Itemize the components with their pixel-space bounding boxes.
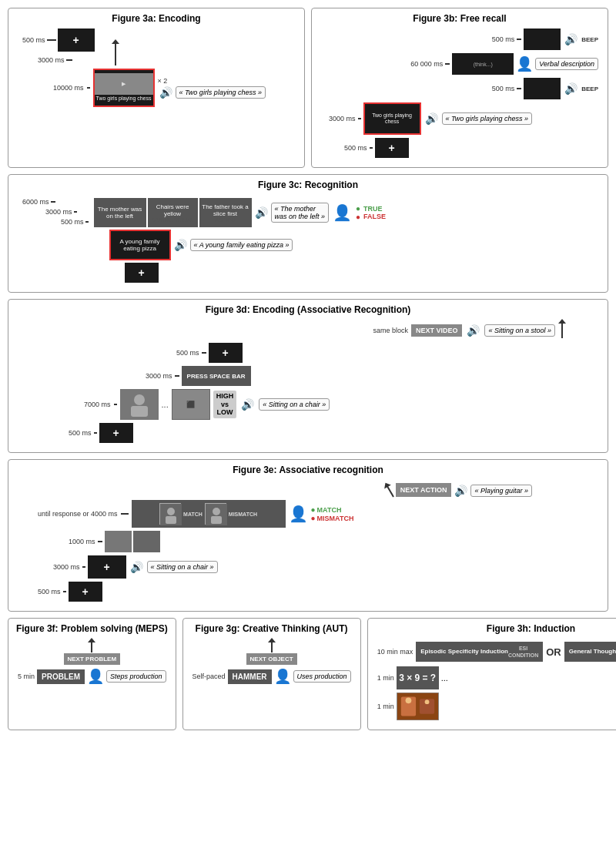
fig3c-title: Figure 3c: Recognition (15, 179, 601, 190)
fig3d-audio2: « Sitting on a chair » (259, 398, 330, 411)
fig3b-black1 (524, 29, 561, 50)
fig3e-speaker2: 🔊 (130, 561, 143, 573)
fig3e-img-mismatch (205, 503, 226, 525)
fig3e-fixation: + (69, 582, 102, 602)
fig3c-true-false: TRUE FALSE (363, 205, 386, 220)
fig3d-time-7000: 7000 ms (84, 401, 111, 408)
fig3f-problem: PROBLEM (37, 669, 85, 684)
fig3f-title: Figure 3f: Problem solving (MEPS) (15, 623, 169, 634)
fig3g-title: Figure 3g: Creative Thinking (AUT) (189, 623, 354, 634)
figure-3b: Figure 3b: Free recall 500 ms 🔊 BEEP 60 … (311, 8, 608, 168)
fig3c-time-3000: 3000 ms (45, 208, 72, 216)
fig3b-time-500a: 500 ms (492, 35, 515, 43)
fig3e-until-label: until response or 4000 ms (38, 510, 118, 518)
fig3c-action-tag: ACTION (215, 217, 235, 223)
fig3d-time-500: 500 ms (176, 349, 199, 357)
fig3e-head: 👤 (289, 505, 308, 523)
fig3b-video-box: Two girls playing chess (363, 102, 421, 135)
fig3c-speaker1: 🔊 (255, 206, 268, 219)
fig3d-speaker2: 🔊 (241, 398, 254, 411)
fig3a-fixation-box: + (58, 29, 95, 52)
fig3h-time3: 1 min (377, 703, 394, 710)
fig3b-black3 (524, 78, 561, 99)
fig3a-video-box: ▶ Two girls playing chess (93, 69, 155, 107)
fig3d-fixation: + (209, 343, 243, 363)
figure-3d: Figure 3d: Encoding (Associative Recogni… (8, 299, 608, 453)
top-row: Figure 3a: Encoding 500 ms + 3000 ms (8, 8, 608, 168)
fig3b-verbal: Verbal description (535, 58, 598, 70)
fig3a-time-3000: 3000 ms (38, 56, 65, 64)
fig3c-head1: 👤 (333, 203, 352, 222)
fig3e-next-action: NEXT ACTION (396, 483, 452, 497)
svg-point-4 (167, 508, 175, 515)
fig3f-head: 👤 (87, 668, 104, 685)
fig3c-young-family-box: A young family eating pizza (109, 230, 171, 260)
fig3g-hammer: HAMMER (228, 669, 272, 684)
fig3e-title: Figure 3e: Associative recognition (15, 465, 601, 475)
fig3e-img-match (159, 503, 181, 525)
fig3b-time-60000: 60 000 ms (410, 60, 443, 68)
fig3h-math: 3 × 9 = ? (397, 666, 439, 689)
fig3b-time-500c: 500 ms (344, 144, 367, 152)
fig3d-time-500b: 500 ms (69, 429, 92, 437)
fig3a-audio-label: « Two girls playing chess » (176, 86, 266, 99)
fig3d-audio1: « Sitting on a stool » (484, 324, 555, 337)
fig3e-match-label: MATCH (183, 512, 203, 517)
fig3e-dark-box: + (88, 555, 126, 579)
fig3h-noesi-box: General Thoughts Interview No-ESI CONDIT… (564, 642, 616, 662)
figure-3c: Figure 3c: Recognition 6000 ms 3000 ms (8, 174, 608, 293)
fig3g-self-paced: Self-paced (192, 673, 226, 680)
fig3b-head1: 👤 (516, 55, 533, 72)
fig3d-same-block: same block (373, 327, 408, 334)
fig3f-steps: Steps production (106, 670, 166, 683)
fig3b-audio-label: « Two girls playing chess » (442, 112, 532, 125)
fig3a-video-label: Two girls playing chess (95, 95, 152, 102)
fig3e-thumb1 (105, 531, 132, 552)
fig3g-next-object: NEXT OBJECT (246, 653, 297, 665)
bottom-row: Figure 3f: Problem solving (MEPS) NEXT P… (8, 618, 608, 730)
fig3c-audio2: « A young family eating pizza » (190, 239, 293, 251)
svg-rect-8 (211, 516, 222, 524)
fig3c-time-6000: 6000 ms (22, 198, 49, 206)
fig3h-video (397, 693, 439, 720)
fig3f-next-problem: NEXT PROBLEM (64, 653, 121, 665)
fig3b-beep1: BEEP (581, 36, 598, 43)
fig3g-uses: Uses production (293, 670, 351, 683)
svg-rect-5 (166, 516, 176, 524)
svg-point-1 (134, 394, 145, 405)
fig3d-next-video: NEXT VIDEO (411, 324, 463, 337)
fig3h-esi-box: Episodic Specificity Induction ESI CONDI… (416, 642, 543, 662)
fig3e-time-3000: 3000 ms (53, 563, 80, 571)
fig3d-press-space: PRESS SPACE BAR (182, 366, 251, 386)
fig3e-mismatch-label: MISMATCH (229, 512, 257, 517)
fig3d-fixation2: + (99, 423, 133, 443)
fig3e-response-box: MATCH MISMATCH (132, 500, 286, 528)
figure-3g: Figure 3g: Creative Thinking (AUT) NEXT … (182, 618, 361, 730)
fig3a-x2: × 2 (158, 77, 168, 85)
figure-3f: Figure 3f: Problem solving (MEPS) NEXT P… (8, 618, 176, 730)
fig3b-speaker2: 🔊 (564, 82, 578, 95)
fig3b-fixation: + (375, 138, 409, 158)
svg-point-7 (213, 508, 220, 515)
fig3d-speaker1: 🔊 (467, 324, 480, 337)
fig3d-dots: ... (162, 400, 169, 409)
fig3e-speaker1: 🔊 (454, 485, 467, 497)
figure-3h: Figure 3h: Induction 10 min max Episodic… (367, 618, 616, 730)
fig3a-title: Figure 3a: Encoding (15, 13, 298, 24)
fig3b-speaker1: 🔊 (564, 33, 578, 45)
fig3c-box-chairs: Chairs were yellow SPATIAL VISUAL (148, 198, 198, 227)
fig3h-or: OR (546, 646, 561, 658)
fig3e-mismatch-red: MISMATCH (317, 515, 354, 522)
fig3d-high-low: HIGH vs LOW (213, 391, 237, 418)
fig3a-vert-arrow (115, 42, 116, 65)
fig3b-title: Figure 3b: Free recall (318, 13, 601, 24)
fig3d-filmstrip: ⬛ (172, 389, 210, 420)
fig3b-beep2: BEEP (581, 86, 598, 92)
main-container: Figure 3a: Encoding 500 ms + 3000 ms (8, 8, 608, 730)
fig3d-time-3000: 3000 ms (146, 372, 172, 380)
fig3h-dots: ... (441, 673, 448, 683)
fig3e-audio1: « Playing guitar » (470, 485, 532, 497)
fig3a-speaker: 🔊 (159, 86, 172, 99)
fig3f-time: 5 min (18, 673, 35, 680)
fig3b-time-500b: 500 ms (492, 85, 515, 92)
